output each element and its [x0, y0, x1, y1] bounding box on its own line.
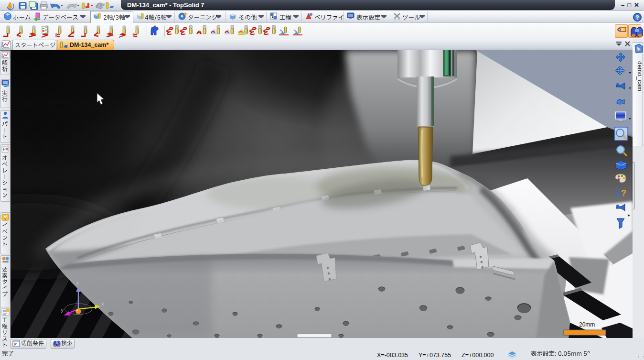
svg-text:X: X: [101, 301, 104, 306]
svg-text:z: z: [76, 280, 79, 285]
svg-text:20mm: 20mm: [579, 321, 595, 328]
svg-text:y: y: [61, 307, 64, 313]
